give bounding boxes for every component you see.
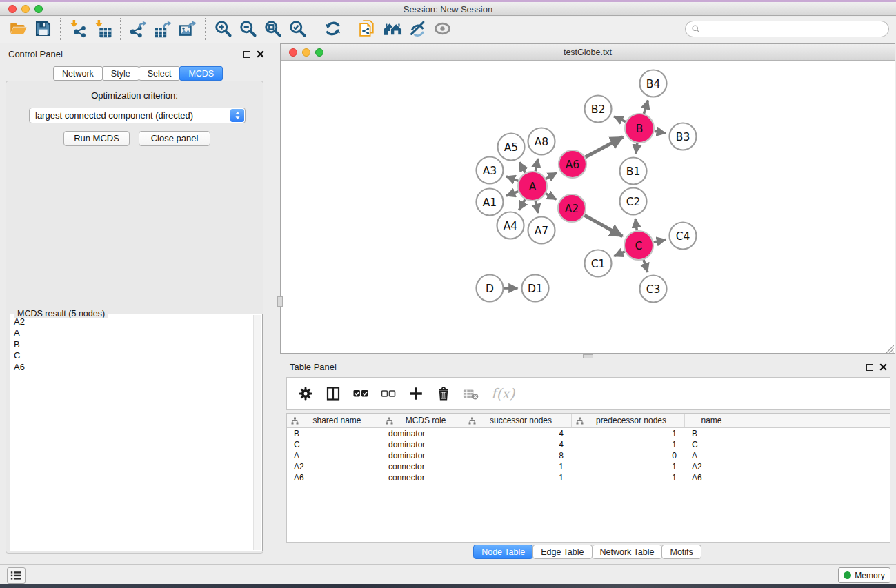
hide-panels-button[interactable]: [405, 19, 430, 41]
result-list-item[interactable]: A6: [11, 362, 252, 373]
column-header-MCDS-role[interactable]: MCDS role: [381, 414, 464, 427]
table-body: Bdominator41BCdominator41CAdominator80AA…: [287, 428, 890, 483]
result-list-item[interactable]: A: [11, 327, 252, 338]
add-button[interactable]: [407, 385, 425, 403]
table-row[interactable]: Adominator80A: [287, 450, 890, 461]
fx-function-builder-button[interactable]: f(x): [491, 385, 515, 402]
open-session-button[interactable]: [6, 19, 30, 41]
home-button[interactable]: [380, 19, 405, 41]
result-scrollbar[interactable]: [253, 315, 261, 550]
edge-A-A3[interactable]: [506, 176, 518, 181]
close-panel-button[interactable]: Close panel: [139, 131, 210, 146]
edge-A-A5[interactable]: [519, 162, 525, 172]
left-splitter-handle[interactable]: [277, 296, 283, 307]
edge-C-C2[interactable]: [635, 219, 637, 230]
export-network-button[interactable]: [126, 19, 150, 41]
column-header-name[interactable]: name: [685, 414, 744, 427]
network-graph[interactable]: B4B2BB3A8A5A6A3B1AA1C2A2A4A7C4CC1C3DD1: [281, 61, 895, 353]
zoom-in-icon: [214, 19, 232, 41]
memory-button[interactable]: Memory: [838, 567, 890, 583]
run-mcds-button[interactable]: Run MCDS: [63, 131, 130, 146]
import-table-button[interactable]: [90, 19, 115, 41]
node-label-B1: B1: [626, 165, 641, 178]
edge-A-A7[interactable]: [535, 201, 538, 213]
table-cell: 1: [572, 462, 685, 472]
gear-button[interactable]: [297, 385, 315, 403]
bottom-splitter-handle[interactable]: [583, 354, 593, 358]
tab-select[interactable]: Select: [139, 66, 181, 81]
home-icon: [384, 19, 402, 41]
export-image-button[interactable]: [175, 19, 200, 41]
result-list-item[interactable]: C: [11, 350, 252, 361]
network-canvas[interactable]: B4B2BB3A8A5A6A3B1AA1C2A2A4A7C4CC1C3DD1: [281, 61, 895, 353]
zoom-in-button[interactable]: [210, 19, 235, 41]
check-all-button[interactable]: [352, 385, 370, 403]
optimization-criterion-label: Optimization criterion:: [6, 90, 263, 101]
edge-A6-B[interactable]: [586, 137, 624, 157]
float-panel-icon[interactable]: [243, 51, 250, 58]
table-cell: A6: [685, 473, 744, 483]
edge-A-A8[interactable]: [535, 159, 538, 171]
search-input[interactable]: [704, 24, 888, 34]
edge-B-B4[interactable]: [644, 100, 648, 114]
column-header-shared-name[interactable]: shared name: [287, 414, 381, 427]
show-panels-button[interactable]: [430, 19, 455, 41]
save-session-button[interactable]: [30, 19, 55, 41]
resize-grip-icon[interactable]: [885, 343, 894, 352]
tab-edge-table[interactable]: Edge Table: [532, 545, 592, 559]
edge-B-B3[interactable]: [655, 131, 666, 133]
status-bar: Memory: [0, 564, 896, 584]
table-row[interactable]: Bdominator41B: [287, 428, 890, 439]
show-panels-icon: [433, 19, 452, 41]
tab-network[interactable]: Network: [53, 66, 103, 81]
network-view-window: testGlobe.txt B4B2BB3A8A5A6A3B1AA1C2A2A4…: [280, 43, 895, 354]
tab-motifs[interactable]: Motifs: [661, 545, 701, 559]
table-row[interactable]: Cdominator41C: [287, 439, 890, 450]
uncheck-all-button[interactable]: [379, 385, 397, 403]
edge-B-B2[interactable]: [614, 116, 626, 122]
edge-C-C1[interactable]: [614, 252, 625, 256]
edge-A-A1[interactable]: [506, 192, 518, 196]
edge-A-A2[interactable]: [546, 194, 556, 200]
tab-mcds[interactable]: MCDS: [179, 66, 223, 81]
tab-network-table[interactable]: Network Table: [592, 545, 663, 559]
toolbar-separator: [120, 18, 121, 41]
float-table-panel-icon[interactable]: [866, 364, 873, 371]
table-panel-title: Table Panel: [290, 362, 337, 372]
trash-button[interactable]: [435, 385, 452, 403]
search-field[interactable]: [685, 21, 889, 37]
close-table-panel-icon[interactable]: [879, 363, 887, 371]
task-history-button[interactable]: [7, 567, 26, 584]
edge-B-B1[interactable]: [636, 143, 637, 154]
export-table-button[interactable]: [150, 19, 175, 41]
hide-panels-icon: [408, 19, 427, 41]
tab-style[interactable]: Style: [102, 66, 139, 81]
import-network-button[interactable]: [66, 19, 90, 41]
zoom-out-button[interactable]: [235, 19, 260, 41]
dropdown-stepper-icon[interactable]: [230, 109, 244, 122]
zoom-fit-button[interactable]: [260, 19, 285, 41]
result-list-item[interactable]: B: [11, 339, 252, 350]
export-network-icon: [129, 19, 148, 41]
close-panel-icon[interactable]: [257, 50, 264, 58]
table-row[interactable]: A2connector11A2: [287, 461, 890, 472]
node-label-A: A: [529, 181, 537, 193]
edge-A-A4[interactable]: [519, 199, 525, 210]
tab-node-table[interactable]: Node Table: [473, 545, 533, 559]
node-label-C3: C3: [646, 283, 661, 296]
edge-C-C4[interactable]: [653, 239, 666, 242]
network-from-file-button[interactable]: [355, 19, 380, 41]
refresh-button[interactable]: [320, 19, 345, 41]
optimization-dropdown[interactable]: largest connected component (directed): [29, 108, 246, 123]
result-list-item[interactable]: A2: [11, 316, 252, 327]
table-header-row: shared nameMCDS rolesuccessor nodesprede…: [287, 414, 890, 428]
edge-A2-C[interactable]: [584, 215, 622, 236]
edge-C-C3[interactable]: [644, 260, 648, 272]
column-header-successor-nodes[interactable]: successor nodes: [464, 414, 572, 427]
zoom-selected-button[interactable]: [285, 19, 310, 41]
column-button[interactable]: [324, 385, 342, 403]
delete-column-button[interactable]: [462, 385, 480, 403]
edge-A-A6[interactable]: [546, 173, 557, 179]
table-row[interactable]: A6connector11A6: [287, 472, 890, 483]
column-header-predecessor-nodes[interactable]: predecessor nodes: [572, 414, 685, 427]
